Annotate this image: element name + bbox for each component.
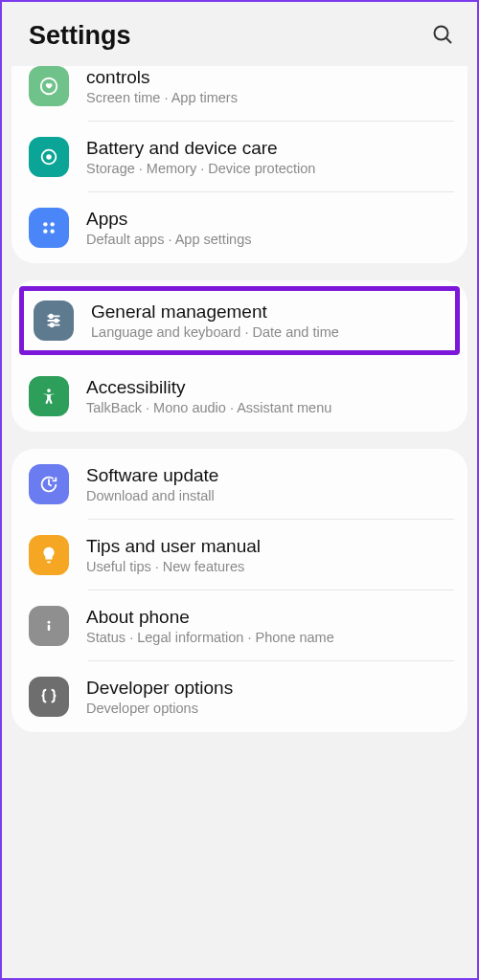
settings-group: General management Language and keyboard… — [11, 280, 468, 432]
sliders-icon — [34, 301, 74, 341]
settings-item-tips[interactable]: Tips and user manual Useful tips · New f… — [11, 520, 468, 590]
settings-item-about-phone[interactable]: About phone Status · Legal information ·… — [11, 590, 468, 661]
accessibility-icon — [29, 376, 69, 416]
care-icon — [29, 137, 69, 177]
heart-icon — [29, 66, 69, 106]
item-subtitle: Status · Legal information · Phone name — [86, 630, 450, 645]
item-title: Battery and device care — [86, 138, 450, 159]
item-text: General management Language and keyboard… — [91, 301, 445, 340]
svg-rect-19 — [48, 625, 51, 631]
item-subtitle: Language and keyboard · Date and time — [91, 324, 445, 340]
item-text: About phone Status · Legal information ·… — [86, 607, 450, 645]
item-text: Battery and device care Storage · Memory… — [86, 138, 450, 176]
item-text: Apps Default apps · App settings — [86, 209, 450, 247]
braces-icon — [29, 677, 69, 717]
apps-icon — [29, 208, 69, 248]
item-text: controls Screen time · App timers — [86, 67, 450, 105]
settings-item-accessibility[interactable]: Accessibility TalkBack · Mono audio · As… — [11, 361, 468, 432]
svg-line-1 — [446, 37, 451, 42]
item-text: Tips and user manual Useful tips · New f… — [86, 536, 450, 574]
item-subtitle: Screen time · App timers — [86, 90, 450, 105]
item-title: Accessibility — [86, 377, 450, 398]
item-title: General management — [91, 301, 445, 323]
lightbulb-icon — [29, 535, 69, 575]
settings-item-battery[interactable]: Battery and device care Storage · Memory… — [11, 122, 468, 192]
svg-point-12 — [55, 319, 57, 322]
item-subtitle: TalkBack · Mono audio · Assistant menu — [86, 400, 450, 415]
item-subtitle: Default apps · App settings — [86, 232, 450, 247]
svg-point-10 — [50, 315, 53, 318]
svg-point-0 — [435, 26, 448, 39]
item-title: Apps — [86, 209, 450, 230]
info-icon — [29, 606, 69, 646]
item-text: Accessibility TalkBack · Mono audio · As… — [86, 377, 450, 415]
settings-item-apps[interactable]: Apps Default apps · App settings — [11, 192, 468, 263]
search-icon[interactable] — [431, 23, 454, 50]
item-title: Tips and user manual — [86, 536, 450, 557]
item-title: Developer options — [86, 678, 450, 699]
settings-item-developer-options[interactable]: Developer options Developer options — [11, 661, 468, 732]
settings-item-general-management[interactable]: General management Language and keyboard… — [19, 286, 460, 355]
item-subtitle: Developer options — [86, 701, 450, 716]
settings-group: controls Screen time · App timers Batter… — [11, 66, 468, 263]
settings-item-software-update[interactable]: Software update Download and install — [11, 449, 468, 520]
settings-header: Settings — [2, 2, 477, 66]
svg-point-15 — [47, 389, 51, 392]
svg-point-6 — [50, 222, 54, 226]
item-subtitle: Download and install — [86, 488, 450, 503]
svg-point-14 — [51, 323, 54, 326]
item-title: Software update — [86, 465, 450, 486]
settings-item-controls[interactable]: controls Screen time · App timers — [11, 66, 468, 122]
svg-point-4 — [46, 154, 52, 160]
svg-point-5 — [43, 222, 47, 226]
item-title: About phone — [86, 607, 450, 628]
update-icon — [29, 464, 69, 504]
page-title: Settings — [29, 21, 131, 51]
item-title: controls — [86, 67, 450, 88]
svg-point-18 — [48, 621, 51, 624]
item-text: Developer options Developer options — [86, 678, 450, 716]
item-subtitle: Storage · Memory · Device protection — [86, 161, 450, 176]
svg-point-7 — [43, 229, 47, 233]
item-subtitle: Useful tips · New features — [86, 559, 450, 574]
item-text: Software update Download and install — [86, 465, 450, 503]
svg-point-8 — [50, 229, 54, 233]
settings-group: Software update Download and install Tip… — [11, 449, 468, 732]
